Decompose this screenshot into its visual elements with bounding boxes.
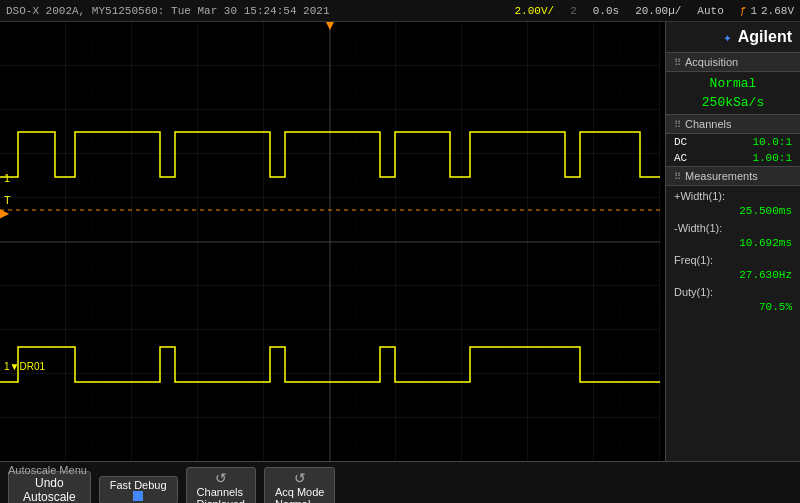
- autoscale-menu-label: Autoscale Menu: [8, 462, 87, 477]
- bottom-buttons: Undo Autoscale Fast Debug ↺ ChannelsDisp…: [0, 467, 800, 504]
- trigger-icon: ƒ: [740, 5, 747, 17]
- acq-mode-label: Acq ModeNormal: [275, 486, 325, 504]
- fast-debug-indicator: [133, 491, 143, 501]
- ch1-scale: 2.00V/: [515, 5, 555, 17]
- logo-text: Agilent: [738, 28, 792, 46]
- agilent-logo-icon: ✦: [723, 29, 731, 46]
- measurements-section: ⠿ Measurements +Width(1): 25.500ms -Widt…: [666, 167, 800, 462]
- ac-label: AC: [674, 152, 687, 164]
- bottom-bar: Autoscale Menu Undo Autoscale Fast Debug…: [0, 461, 800, 503]
- instrument-serial: MY51250560:: [92, 5, 165, 17]
- acquisition-section: ⠿ Acquisition Normal 250kSa/s: [666, 53, 800, 115]
- svg-text:1: 1: [4, 172, 10, 184]
- trigger-mode: Auto: [697, 5, 723, 17]
- acquisition-rate: 250kSa/s: [666, 93, 800, 112]
- fast-debug-label: Fast Debug: [110, 479, 167, 491]
- dc-label: DC: [674, 136, 687, 148]
- meas-row-3: Freq(1): 27.630Hz: [666, 250, 800, 282]
- instrument-model: DSO-X 2002A,: [6, 5, 85, 17]
- trigger-ch: 1: [750, 5, 757, 17]
- acq-refresh-icon: ↺: [294, 470, 306, 486]
- logo-area: ✦ Agilent: [666, 22, 800, 53]
- ac-channel-row: AC 1.00:1: [666, 150, 800, 166]
- svg-text:▶: ▶: [0, 206, 10, 220]
- instrument-timestamp: Tue Mar 30 15:24:54 2021: [171, 5, 329, 17]
- channels-title: ⠿ Channels: [666, 115, 800, 134]
- acq-mode-button[interactable]: ↺ Acq ModeNormal: [264, 467, 336, 504]
- ch2-indicator: 2: [570, 5, 577, 17]
- channels-displayed-label: ChannelsDisplayed: [197, 486, 245, 504]
- right-panel: ✦ Agilent ⠿ Acquisition Normal 250kSa/s …: [665, 22, 800, 462]
- meas-row-4: Duty(1): 70.5%: [666, 282, 800, 314]
- time-scale: 20.00µ/: [635, 5, 681, 17]
- svg-text:T: T: [4, 194, 11, 206]
- svg-text:1▼DR01: 1▼DR01: [4, 361, 45, 372]
- fast-debug-button[interactable]: Fast Debug: [99, 476, 178, 504]
- oscilloscope-display: 1 T ▶ 1▼DR01: [0, 22, 660, 462]
- meas-row-2: -Width(1): 10.692ms: [666, 218, 800, 250]
- time-offset: 0.0s: [593, 5, 619, 17]
- meas-row-1: +Width(1): 25.500ms: [666, 186, 800, 218]
- acquisition-title: ⠿ Acquisition: [666, 53, 800, 72]
- ac-value: 1.00:1: [752, 152, 792, 164]
- acquisition-mode: Normal: [666, 74, 800, 93]
- measurements-title: ⠿ Measurements: [666, 167, 800, 186]
- channels-refresh-icon: ↺: [215, 470, 227, 486]
- trigger-level: 2.68V: [761, 5, 794, 17]
- waveform-svg: 1 T ▶ 1▼DR01: [0, 22, 660, 462]
- channels-section: ⠿ Channels DC 10.0:1 AC 1.00:1: [666, 115, 800, 167]
- channels-displayed-button[interactable]: ↺ ChannelsDisplayed: [186, 467, 256, 504]
- dc-value: 10.0:1: [752, 136, 792, 148]
- dc-channel-row: DC 10.0:1: [666, 134, 800, 150]
- top-status-bar: DSO-X 2002A, MY51250560: Tue Mar 30 15:2…: [0, 0, 800, 22]
- instrument-info: DSO-X 2002A, MY51250560: Tue Mar 30 15:2…: [6, 5, 515, 17]
